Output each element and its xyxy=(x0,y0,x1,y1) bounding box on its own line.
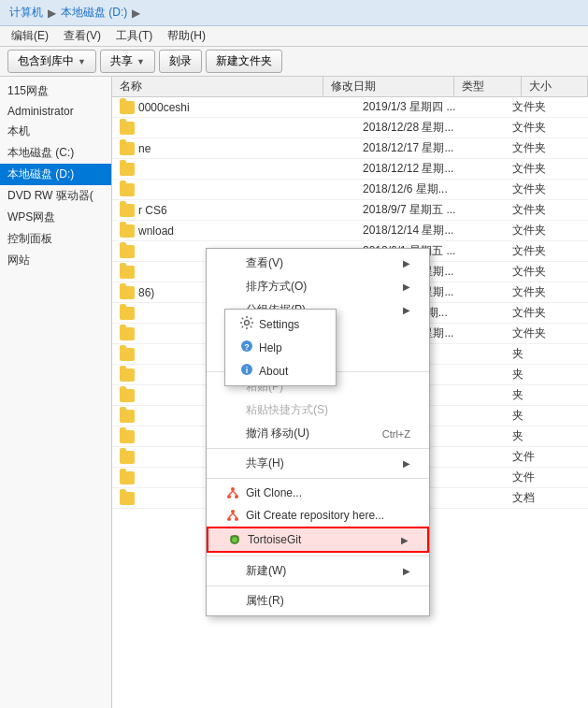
file-cell-type: 夹 xyxy=(505,344,580,364)
svg-text:i: i xyxy=(246,366,249,375)
svg-point-6 xyxy=(227,517,231,521)
file-cell-name: r CS6 xyxy=(112,200,355,220)
file-row[interactable]: r CS62018/9/7 星期五 ...文件夹 xyxy=(112,200,588,221)
dropdown-arrow-share: ▼ xyxy=(136,57,145,66)
file-cell-type: 文件 xyxy=(505,447,580,467)
breadcrumb-drive[interactable]: 本地磁盘 (D:) xyxy=(61,5,127,21)
menu-tools[interactable]: 工具(T) xyxy=(108,26,160,46)
sidebar-item-c[interactable]: 本地磁盘 (C:) xyxy=(0,142,111,164)
ctx-item-label: 粘贴快捷方式(S) xyxy=(246,402,410,418)
folder-icon xyxy=(120,492,135,505)
svg-point-13 xyxy=(237,536,239,539)
ctx-item-7[interactable]: 粘贴快捷方式(S) xyxy=(207,398,429,422)
file-cell-type: 文件夹 xyxy=(505,221,580,240)
folder-icon xyxy=(120,389,135,402)
title-bar: 计算机 ▶ 本地磁盘 (D:) ▶ xyxy=(0,0,588,26)
sidebar-item-d[interactable]: 本地磁盘 (D:) xyxy=(0,164,111,185)
menu-edit[interactable]: 编辑(E) xyxy=(4,26,56,46)
file-cell-type: 文件 xyxy=(505,468,580,487)
file-name-text: ne xyxy=(138,142,151,155)
ctx-item-10[interactable]: 共享(H)▶ xyxy=(207,452,429,475)
menu-view[interactable]: 查看(V) xyxy=(56,26,108,46)
col-header-size[interactable]: 大小 xyxy=(522,77,588,96)
file-row[interactable]: 2018/12/12 星期...文件夹 xyxy=(112,159,588,180)
svg-line-4 xyxy=(233,491,237,495)
file-cell-date: 2018/12/28 星期... xyxy=(355,118,505,137)
breadcrumb-computer[interactable]: 计算机 xyxy=(9,5,43,21)
file-cell-type: 夹 xyxy=(505,426,580,446)
submenu-item-settings[interactable]: Settings xyxy=(225,312,336,336)
folder-icon xyxy=(120,204,135,217)
sidebar-item-115[interactable]: 115网盘 xyxy=(0,80,111,102)
file-cell-date: 2018/12/14 星期... xyxy=(355,221,505,240)
file-cell-name xyxy=(112,118,355,137)
ctx-arrow-right-icon: ▶ xyxy=(403,566,410,576)
file-cell-type: 文件夹 xyxy=(505,324,580,343)
file-cell-date: 2018/12/6 星期... xyxy=(355,180,505,199)
svg-point-14 xyxy=(245,321,250,325)
file-cell-type: 文件夹 xyxy=(505,138,580,158)
ctx-item-18[interactable]: 属性(R) xyxy=(207,589,429,613)
ctx-item-12[interactable]: Git Clone... xyxy=(207,482,429,504)
file-row[interactable]: 2018/12/6 星期...文件夹 xyxy=(112,180,588,200)
breadcrumb-arrow: ▶ xyxy=(48,7,56,20)
file-cell-type: 夹 xyxy=(505,406,580,426)
ctx-arrow-right-icon: ▶ xyxy=(403,282,410,292)
sidebar-item-website[interactable]: 网站 xyxy=(0,250,111,271)
col-header-type[interactable]: 类型 xyxy=(454,77,521,96)
file-cell-type: 夹 xyxy=(505,365,580,384)
btn-new-folder[interactable]: 新建文件夹 xyxy=(206,50,282,73)
ctx-item-label: 共享(H) xyxy=(246,455,403,471)
ctx-item-shortcut: Ctrl+Z xyxy=(382,428,410,440)
col-header-date[interactable]: 修改日期 xyxy=(323,77,454,96)
folder-icon xyxy=(120,451,135,464)
ctx-arrow-right-icon: ▶ xyxy=(403,305,410,315)
file-cell-type: 文件夹 xyxy=(505,303,580,323)
ctx-item-0[interactable]: 查看(V)▶ xyxy=(207,252,429,275)
sidebar-item-control[interactable]: 控制面板 xyxy=(0,228,111,250)
folder-icon xyxy=(120,245,135,258)
ctx-item-13[interactable]: Git Create repository here... xyxy=(207,504,429,527)
ctx-item-14[interactable]: TortoiseGit▶ xyxy=(207,527,429,553)
btn-share[interactable]: 共享 ▼ xyxy=(100,50,155,73)
file-row[interactable]: 0000ceshi2019/1/3 星期四 ...文件夹 xyxy=(112,97,588,118)
svg-line-8 xyxy=(229,513,233,517)
ctx-item-1[interactable]: 排序方式(O)▶ xyxy=(207,275,429,298)
ctx-item-label: 新建(W) xyxy=(246,563,403,579)
folder-icon xyxy=(120,307,135,320)
ctx-item-8[interactable]: 撤消 移动(U)Ctrl+Z xyxy=(207,422,429,445)
info-icon: i xyxy=(240,363,253,379)
btn-include-library[interactable]: 包含到库中 ▼ xyxy=(7,50,96,73)
ctx-item-16[interactable]: 新建(W)▶ xyxy=(207,559,429,583)
file-cell-type: 夹 xyxy=(505,385,580,405)
gear-icon xyxy=(240,316,253,332)
file-row[interactable]: 2018/12/28 星期...文件夹 xyxy=(112,118,588,138)
sidebar-item-admin[interactable]: Administrator xyxy=(0,102,111,121)
context-menu: 查看(V)▶排序方式(O)▶分组依据(P)▶刷新(E)自定义文件夹(F)...粘… xyxy=(206,248,430,616)
toolbar: 包含到库中 ▼ 共享 ▼ 刻录 新建文件夹 xyxy=(0,47,588,77)
sidebar-item-dvd[interactable]: DVD RW 驱动器( xyxy=(0,185,111,207)
menu-help[interactable]: 帮助(H) xyxy=(160,26,213,46)
ctx-arrow-right-icon: ▶ xyxy=(403,258,410,268)
dropdown-arrow-include: ▼ xyxy=(78,57,86,66)
ctx-separator xyxy=(207,556,429,556)
file-row[interactable]: ne2018/12/17 星期...文件夹 xyxy=(112,138,588,159)
svg-point-12 xyxy=(231,536,234,539)
ctx-item-label: 属性(R) xyxy=(246,593,410,609)
file-row[interactable]: wnload2018/12/14 星期...文件夹 xyxy=(112,221,588,241)
file-cell-date: 2018/12/12 星期... xyxy=(355,159,505,179)
file-cell-type: 文件夹 xyxy=(505,97,580,117)
sidebar-item-local[interactable]: 本机 xyxy=(0,121,111,142)
submenu-item-about[interactable]: iAbout xyxy=(225,359,336,383)
col-header-name[interactable]: 名称 xyxy=(112,77,323,96)
btn-burn[interactable]: 刻录 xyxy=(159,50,202,73)
submenu-item-help[interactable]: ?Help xyxy=(225,336,336,359)
file-cell-name: wnload xyxy=(112,221,355,240)
sidebar-item-wps[interactable]: WPS网盘 xyxy=(0,207,111,228)
file-cell-date: 2019/1/3 星期四 ... xyxy=(355,97,505,117)
file-cell-type: 文件夹 xyxy=(505,241,580,261)
svg-point-0 xyxy=(231,487,235,491)
folder-icon xyxy=(120,430,135,443)
submenu-item-label: About xyxy=(259,365,288,378)
svg-point-1 xyxy=(227,495,231,498)
